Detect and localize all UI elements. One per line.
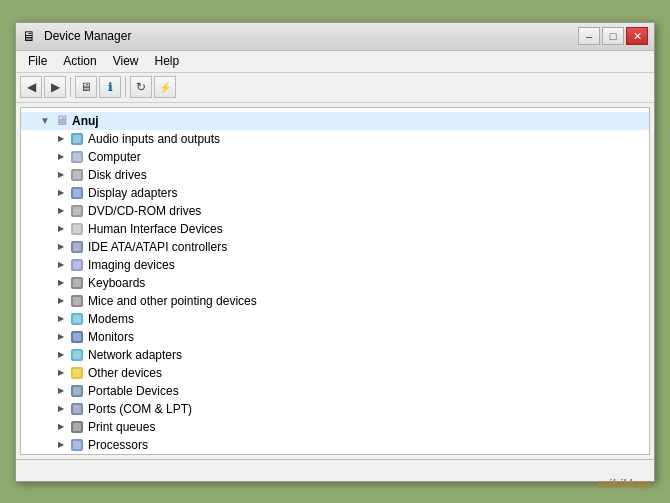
toolbar: ◀ ▶ 🖥 ℹ ↻ ⚡ [16, 73, 654, 103]
svg-rect-3 [73, 153, 81, 161]
title-bar-left: 🖥 Device Manager [22, 28, 131, 44]
svg-rect-13 [73, 243, 81, 251]
svg-rect-17 [73, 279, 81, 287]
item-icon [69, 257, 85, 273]
item-label: Print queues [88, 420, 155, 434]
tree-item[interactable]: ▶Mice and other pointing devices [21, 292, 649, 310]
tree-item[interactable]: ▶Display adapters [21, 184, 649, 202]
tree-item[interactable]: ▶Disk drives [21, 166, 649, 184]
tree-item[interactable]: ▶Sensors [21, 454, 649, 455]
maximize-button[interactable]: □ [602, 27, 624, 45]
item-label: Human Interface Devices [88, 222, 223, 236]
item-label: Disk drives [88, 168, 147, 182]
refresh-button[interactable]: ↻ [130, 76, 152, 98]
expand-icon[interactable]: ▶ [53, 368, 69, 377]
update-driver-button[interactable]: ⚡ [154, 76, 176, 98]
svg-rect-11 [73, 225, 81, 233]
expand-icon[interactable]: ▶ [53, 440, 69, 449]
tree-item[interactable]: ▶Portable Devices [21, 382, 649, 400]
tree-item[interactable]: ▶Human Interface Devices [21, 220, 649, 238]
status-bar [16, 459, 654, 481]
title-bar: 🖥 Device Manager – □ ✕ [16, 23, 654, 51]
expand-icon[interactable]: ▶ [53, 134, 69, 143]
root-label: Anuj [72, 114, 99, 128]
expand-icon[interactable]: ▶ [53, 404, 69, 413]
menu-view[interactable]: View [105, 52, 147, 70]
svg-rect-19 [73, 297, 81, 305]
expand-icon[interactable]: ▶ [53, 332, 69, 341]
tree-item[interactable]: ▶Other devices [21, 364, 649, 382]
item-label: Mice and other pointing devices [88, 294, 257, 308]
tree-item[interactable]: ▶Monitors [21, 328, 649, 346]
expand-icon[interactable]: ▶ [53, 206, 69, 215]
menu-file[interactable]: File [20, 52, 55, 70]
expand-icon[interactable]: ▶ [53, 224, 69, 233]
tree-root-node[interactable]: ▼ 🖥 Anuj [21, 112, 649, 130]
tree-item[interactable]: ▶IDE ATA/ATAPI controllers [21, 238, 649, 256]
item-icon [69, 275, 85, 291]
expand-icon[interactable]: ▶ [53, 386, 69, 395]
back-button[interactable]: ◀ [20, 76, 42, 98]
minimize-button[interactable]: – [578, 27, 600, 45]
tree-item[interactable]: ▶Imaging devices [21, 256, 649, 274]
item-label: Imaging devices [88, 258, 175, 272]
tree-item[interactable]: ▶Keyboards [21, 274, 649, 292]
expand-icon[interactable]: ▶ [53, 314, 69, 323]
tree-item[interactable]: ▶Audio inputs and outputs [21, 130, 649, 148]
item-icon [69, 419, 85, 435]
expand-icon[interactable]: ▶ [53, 242, 69, 251]
menu-action[interactable]: Action [55, 52, 104, 70]
device-tree[interactable]: ▼ 🖥 Anuj ▶Audio inputs and outputs▶Compu… [20, 107, 650, 455]
tree-item[interactable]: ▶Print queues [21, 418, 649, 436]
item-icon [69, 221, 85, 237]
root-icon: 🖥 [53, 113, 69, 129]
tree-item[interactable]: ▶DVD/CD-ROM drives [21, 202, 649, 220]
item-label: Portable Devices [88, 384, 179, 398]
close-button[interactable]: ✕ [626, 27, 648, 45]
forward-button[interactable]: ▶ [44, 76, 66, 98]
info-button[interactable]: ℹ [99, 76, 121, 98]
expand-icon[interactable]: ▶ [53, 170, 69, 179]
tree-item[interactable]: ▶Ports (COM & LPT) [21, 400, 649, 418]
properties-button[interactable]: 🖥 [75, 76, 97, 98]
item-icon [69, 185, 85, 201]
tree-item[interactable]: ▶Computer [21, 148, 649, 166]
root-expand-icon[interactable]: ▼ [37, 115, 53, 126]
item-label: Other devices [88, 366, 162, 380]
expand-icon[interactable]: ▶ [53, 152, 69, 161]
item-icon [69, 437, 85, 453]
item-label: Keyboards [88, 276, 145, 290]
svg-rect-31 [73, 405, 81, 413]
item-label: Audio inputs and outputs [88, 132, 220, 146]
item-label: Modems [88, 312, 134, 326]
svg-rect-35 [73, 441, 81, 449]
toolbar-separator-2 [125, 77, 126, 97]
svg-rect-15 [73, 261, 81, 269]
expand-icon[interactable]: ▶ [53, 278, 69, 287]
expand-icon[interactable]: ▶ [53, 350, 69, 359]
menu-help[interactable]: Help [147, 52, 188, 70]
item-icon [69, 401, 85, 417]
expand-icon[interactable]: ▶ [53, 422, 69, 431]
item-label: Ports (COM & LPT) [88, 402, 192, 416]
tree-item[interactable]: ▶Network adapters [21, 346, 649, 364]
item-icon [69, 347, 85, 363]
svg-rect-27 [73, 369, 81, 377]
toolbar-separator-1 [70, 77, 71, 97]
tree-item[interactable]: ▶Processors [21, 436, 649, 454]
expand-icon[interactable]: ▶ [53, 296, 69, 305]
expand-icon[interactable]: ▶ [53, 260, 69, 269]
item-label: DVD/CD-ROM drives [88, 204, 201, 218]
expand-icon[interactable]: ▶ [53, 188, 69, 197]
tree-item[interactable]: ▶Modems [21, 310, 649, 328]
svg-rect-29 [73, 387, 81, 395]
item-icon [69, 365, 85, 381]
item-label: Computer [88, 150, 141, 164]
svg-rect-21 [73, 315, 81, 323]
window-title: Device Manager [44, 29, 131, 43]
svg-rect-33 [73, 423, 81, 431]
svg-rect-7 [73, 189, 81, 197]
title-controls: – □ ✕ [578, 27, 648, 45]
item-icon [69, 293, 85, 309]
item-icon [69, 329, 85, 345]
